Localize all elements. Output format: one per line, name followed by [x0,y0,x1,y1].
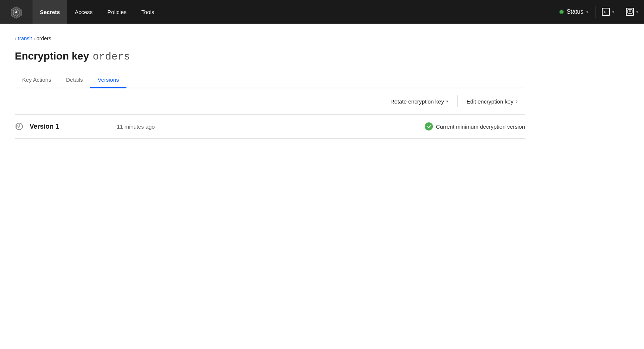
edit-arrow-icon: › [516,98,518,105]
breadcrumb: ‹ transit ‹ orders [15,35,525,41]
terminal-chevron-icon: ▾ [612,10,614,14]
page-title-key-name: orders [93,51,130,62]
breadcrumb-chevron-transit-icon: ‹ [15,36,16,41]
tab-versions[interactable]: Versions [90,73,126,88]
navbar: Secrets Access Policies Tools Status ▾ >… [0,0,644,24]
version-history-icon [15,122,24,131]
status-button[interactable]: Status ▾ [552,0,596,24]
status-dot-icon [559,10,564,14]
terminal-button[interactable]: >_ ▾ [596,0,620,24]
version-title: Version 1 [30,123,74,131]
breadcrumb-transit-link[interactable]: transit [18,35,32,41]
vault-logo-container[interactable] [0,0,33,24]
user-chevron-icon: ▾ [636,10,638,14]
edit-label: Edit encryption key [467,98,513,105]
breadcrumb-orders-label: orders [37,35,51,41]
vault-logo-icon [10,5,23,18]
page-title: Encryption key orders [15,50,525,62]
version-row: Version 1 11 minutes ago Current minimum… [15,122,525,131]
tabs-container: Key Actions Details Versions [15,73,525,88]
tab-key-actions[interactable]: Key Actions [15,73,58,88]
breadcrumb-chevron-orders-icon: ‹ [33,36,35,41]
page-title-prefix: Encryption key [15,50,89,62]
svg-point-4 [629,10,631,12]
tab-details[interactable]: Details [58,73,90,88]
nav-policies[interactable]: Policies [100,0,134,24]
terminal-icon: >_ [602,8,610,16]
main-content: ‹ transit ‹ orders Encryption key orders… [0,24,540,150]
nav-access[interactable]: Access [67,0,100,24]
rotate-chevron-icon: ▾ [446,99,448,104]
status-chevron-icon: ▾ [586,10,588,14]
edit-encryption-key-button[interactable]: Edit encryption key › [459,94,525,108]
user-button[interactable]: ▾ [620,0,644,24]
toolbar-divider [457,95,458,107]
versions-toolbar: Rotate encryption key ▾ Edit encryption … [15,88,525,115]
nav-secrets[interactable]: Secrets [33,0,67,24]
version-section: Version 1 11 minutes ago Current minimum… [15,115,525,139]
user-profile-icon [626,8,634,16]
version-status: Current minimum decryption version [425,122,525,131]
rotate-label: Rotate encryption key [390,98,444,105]
version-time: 11 minutes ago [80,123,419,130]
version-status-label: Current minimum decryption version [436,123,525,130]
navbar-right: Status ▾ >_ ▾ ▾ [552,0,644,24]
check-circle-icon [425,122,433,131]
rotate-encryption-key-button[interactable]: Rotate encryption key ▾ [383,95,456,108]
status-label: Status [567,9,583,15]
nav-tools[interactable]: Tools [134,0,162,24]
